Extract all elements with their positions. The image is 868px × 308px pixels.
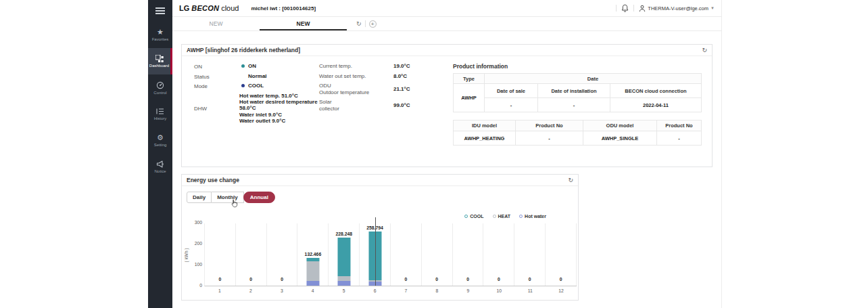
chart-x-labels: 123456789101112 <box>204 288 577 293</box>
tab-new-2-active[interactable]: NEW <box>260 17 347 30</box>
sidebar: ★ Favorites Dashboard Control History ⚙ … <box>148 0 172 308</box>
status-label: ON <box>194 63 241 70</box>
cell-becon-connection-date: 2022-04-11 <box>610 98 702 112</box>
legend-dot-hot-water <box>519 215 523 218</box>
x-axis-tick: 10 <box>483 288 514 293</box>
user-account-menu[interactable]: THERMA-V-user@lge.com ▼ <box>639 5 715 12</box>
sidebar-item-control[interactable]: Control <box>148 74 172 101</box>
legend-item-cool[interactable]: COOL <box>464 214 483 219</box>
measurements-block: Current temp. 19.0°C Water out set temp.… <box>319 63 452 153</box>
dashboard-icon <box>155 55 164 62</box>
status-row-on: ON ON <box>194 63 319 70</box>
chevron-down-icon: ▼ <box>710 6 715 10</box>
cell-idu-product-no: - <box>516 131 583 146</box>
logo-cloud: cloud <box>221 4 239 12</box>
measurement-value: 21.1°C <box>393 86 410 92</box>
tab-new-1[interactable]: NEW <box>172 17 260 30</box>
legend-item-heat[interactable]: HEAT <box>493 214 511 219</box>
col-header-product-no: Product No <box>516 120 583 131</box>
x-axis-tick: 12 <box>546 288 577 293</box>
sidebar-item-favorites[interactable]: ★ Favorites <box>148 22 172 48</box>
bar-total-label: 0 <box>560 277 562 282</box>
lg-becon-cloud-logo[interactable]: LG BECON cloud <box>179 4 239 12</box>
product-model-table: IDU model Product No ODU model Product N… <box>453 120 702 146</box>
measurement-label: Current temp. <box>319 63 393 70</box>
status-block: ON ON Status Normal Mode COOL DHW <box>194 63 319 153</box>
chart-column: 0 <box>422 223 453 286</box>
megaphone-icon <box>156 160 164 168</box>
annual-button[interactable]: Annual <box>243 192 275 203</box>
mode-status-dot <box>241 84 245 87</box>
tab-bar: NEW NEW ↻ + <box>172 17 721 31</box>
product-information-block: Product information Type Date AWHP Date … <box>453 63 708 153</box>
col-header-odu-model: ODU model <box>583 120 657 131</box>
chart-column: 0 <box>546 223 577 286</box>
sidebar-item-history[interactable]: History <box>148 101 172 127</box>
dashboard-content: AWHP [slinghof 26 ridderkerk netherland]… <box>172 31 721 308</box>
x-axis-tick: 7 <box>391 288 422 293</box>
add-tab-button[interactable]: + <box>369 20 377 28</box>
status-value: Normal <box>248 73 267 79</box>
y-axis-tick: 100 <box>195 262 202 267</box>
chart-column: 0 <box>483 223 514 286</box>
measurement-label: ODU Outdoor temperature <box>319 83 393 95</box>
x-axis-tick: 3 <box>266 288 297 293</box>
chart-column: 0 <box>236 223 267 286</box>
measurement-row: Current temp. 19.0°C <box>319 63 452 70</box>
sidebar-item-label: Setting <box>154 143 167 147</box>
daily-button[interactable]: Daily <box>187 192 212 203</box>
period-button-group: Daily Monthly Annual <box>187 192 275 203</box>
chart-column: 228.248 <box>329 223 360 286</box>
control-dial-icon <box>156 81 164 89</box>
bar-total-label: 0 <box>219 277 222 282</box>
divider <box>633 5 634 12</box>
status-label: DHW <box>194 105 233 112</box>
bar-segment-hot-water <box>306 281 319 286</box>
legend-item-hot-water[interactable]: Hot water <box>519 214 546 219</box>
bar-total-label: 0 <box>435 277 438 282</box>
notification-bell-icon[interactable] <box>621 4 629 12</box>
tab-refresh-icon[interactable]: ↻ <box>356 21 362 27</box>
energy-refresh-icon[interactable]: ↻ <box>568 177 573 183</box>
chart-column: 258.794 <box>360 223 391 286</box>
sidebar-item-label: History <box>154 116 167 120</box>
product-date-table: Type Date AWHP Date of sale Date of inst… <box>453 73 702 112</box>
bar-total-label: 0 <box>498 277 500 282</box>
bar-total-label: 0 <box>249 277 252 282</box>
awhp-panel-title: AWHP [slinghof 26 ridderkerk netherland] <box>187 47 300 53</box>
awhp-refresh-icon[interactable]: ↻ <box>702 47 707 53</box>
stacked-bar-month-5[interactable] <box>337 238 350 286</box>
status-row-status: Status Normal <box>194 73 319 80</box>
y-axis-label: ( kWh ) <box>184 248 189 262</box>
col-header-product-no: Product No <box>657 120 702 131</box>
y-axis-tick: 0 <box>199 283 202 288</box>
dot-spacer <box>233 94 236 97</box>
x-axis-tick: 8 <box>421 288 452 293</box>
bar-total-label: 228.248 <box>335 232 352 236</box>
energy-panel-title: Energy use change <box>187 177 239 183</box>
sidebar-item-label: Favorites <box>152 37 169 41</box>
measurement-row: Water out set temp. 8.0°C <box>319 73 452 80</box>
cell-date-of-installation: - <box>538 98 610 112</box>
col-header-becon-connection: BECON cloud connection <box>610 84 702 98</box>
awhp-status-panel: AWHP [slinghof 26 ridderkerk netherland]… <box>181 44 713 167</box>
sidebar-item-dashboard[interactable]: Dashboard <box>148 48 172 74</box>
dhw-values: Hot water temp. 51.0°C Hot water desired… <box>239 93 319 125</box>
x-axis-tick: 1 <box>204 288 235 293</box>
x-axis-tick: 6 <box>360 288 391 293</box>
sidebar-item-notice[interactable]: Notice <box>148 154 172 180</box>
top-bar: LG BECON cloud michel iwt : [0010014625]… <box>172 0 721 17</box>
sidebar-item-setting[interactable]: ⚙ Setting <box>148 127 172 154</box>
gear-icon: ⚙ <box>157 134 164 141</box>
main-area: LG BECON cloud michel iwt : [0010014625]… <box>172 0 722 308</box>
bar-segment-cool <box>337 238 350 276</box>
chart-column: 0 <box>205 223 236 286</box>
stacked-bar-month-4[interactable] <box>306 258 319 286</box>
monthly-button[interactable]: Monthly <box>212 192 244 203</box>
status-row-dhw: DHW Hot water temp. 51.0°C Hot water des… <box>194 93 319 125</box>
measurement-value: 8.0°C <box>393 73 407 79</box>
menu-hamburger-icon[interactable] <box>148 0 172 22</box>
col-header-date-of-installation: Date of installation <box>538 84 610 98</box>
bar-segment-heat <box>306 261 319 281</box>
status-label: Mode <box>194 83 241 89</box>
